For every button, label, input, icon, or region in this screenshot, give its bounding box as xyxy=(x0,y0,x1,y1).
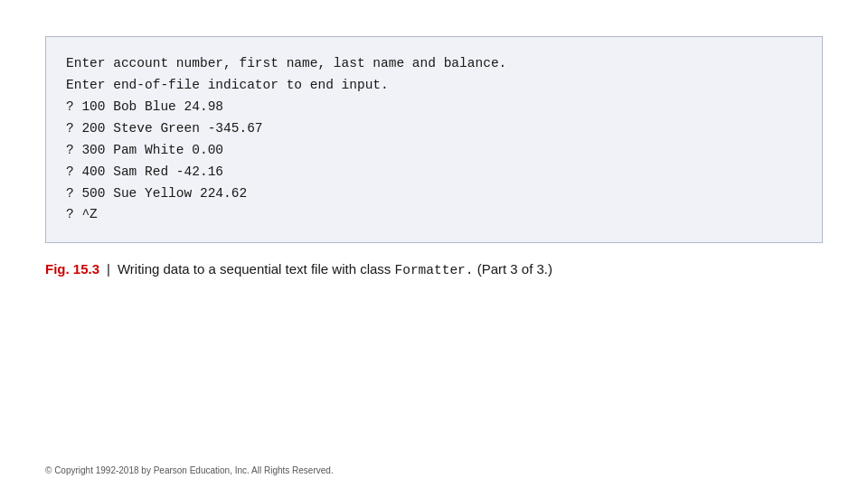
page-container: Enter account number, first name, last n… xyxy=(0,0,868,488)
caption-text: Writing data to a sequential text file w… xyxy=(118,261,552,277)
terminal-content: Enter account number, first name, last n… xyxy=(66,53,802,226)
caption-text-before: Writing data to a sequential text file w… xyxy=(118,261,395,277)
caption-separator: | xyxy=(107,261,110,277)
caption-code-word: Formatter. xyxy=(394,263,473,277)
copyright-text: © Copyright 1992-2018 by Pearson Educati… xyxy=(45,465,334,475)
terminal-box: Enter account number, first name, last n… xyxy=(45,36,823,243)
caption-text-after: (Part 3 of 3.) xyxy=(474,261,553,277)
caption-fig-label: Fig. 15.3 xyxy=(45,261,99,277)
caption-area: Fig. 15.3 | Writing data to a sequential… xyxy=(45,261,823,277)
